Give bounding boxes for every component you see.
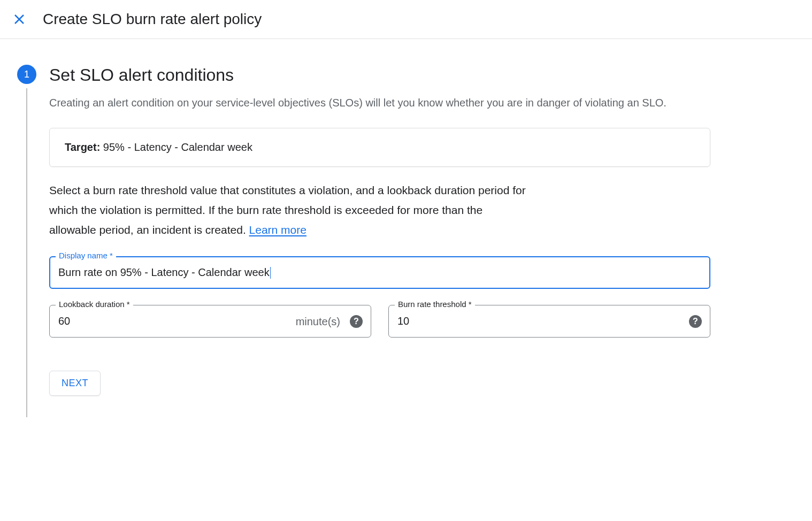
lookback-field-wrapper: Lookback duration * minute(s) ?	[49, 305, 371, 338]
step-indicator-column: 1	[17, 65, 36, 417]
burnrate-input[interactable]	[388, 305, 710, 338]
close-button[interactable]	[13, 13, 26, 26]
lookback-label: Lookback duration *	[56, 300, 133, 309]
step-number-badge: 1	[17, 65, 36, 84]
lookback-help-icon[interactable]: ?	[350, 315, 363, 328]
step-row: 1 Set SLO alert conditions Creating an a…	[17, 65, 710, 417]
step-body: Set SLO alert conditions Creating an ale…	[49, 65, 710, 417]
page-header: Create SLO burn rate alert policy	[0, 0, 812, 39]
page-title: Create SLO burn rate alert policy	[43, 11, 262, 28]
burnrate-input-container: ?	[388, 305, 710, 338]
step-description: Creating an alert condition on your serv…	[49, 95, 710, 111]
content-area: 1 Set SLO alert conditions Creating an a…	[0, 39, 727, 443]
step-connector-line	[26, 88, 27, 417]
burnrate-help-icon[interactable]: ?	[689, 315, 702, 328]
display-name-label: Display name *	[56, 251, 116, 260]
two-column-row: Lookback duration * minute(s) ? Burn rat…	[49, 305, 710, 354]
display-name-field-wrapper: Display name * Burn rate on 95% - Latenc…	[49, 256, 710, 289]
target-value: 95% - Latency - Calendar week	[100, 141, 252, 153]
lookback-input[interactable]	[49, 305, 371, 338]
learn-more-link[interactable]: Learn more	[249, 224, 307, 236]
step-title: Set SLO alert conditions	[49, 65, 710, 85]
target-label: Target:	[65, 141, 100, 153]
text-cursor	[270, 267, 271, 279]
instruction-text: Select a burn rate threshold value that …	[49, 181, 531, 240]
target-card: Target: 95% - Latency - Calendar week	[49, 128, 710, 167]
burnrate-field-wrapper: Burn rate threshold * ?	[388, 305, 710, 338]
display-name-input[interactable]: Burn rate on 95% - Latency - Calendar we…	[49, 256, 710, 289]
next-button[interactable]: NEXT	[49, 371, 101, 396]
lookback-input-container: minute(s) ?	[49, 305, 371, 338]
close-icon	[13, 13, 26, 26]
burnrate-label: Burn rate threshold *	[395, 300, 475, 309]
display-name-value: Burn rate on 95% - Latency - Calendar we…	[58, 266, 270, 278]
